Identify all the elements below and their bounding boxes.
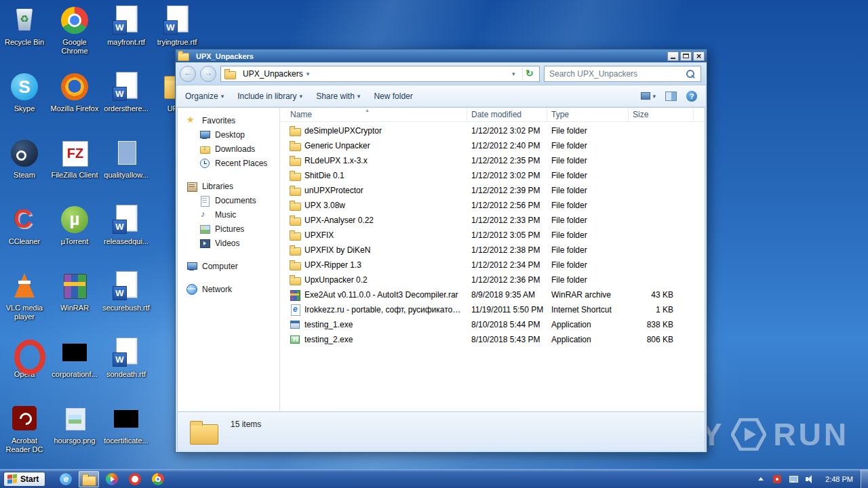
desktop-icon[interactable]: hoursgo.png: [50, 403, 99, 469]
file-row[interactable]: RLdeUPX 1.x-3.x 1/12/2012 2:35 PM File f…: [280, 153, 705, 168]
sidebar-item-icon: [199, 158, 211, 169]
file-name: UpxUnpacker 0.2: [304, 275, 467, 285]
start-button[interactable]: Start: [3, 472, 45, 487]
file-row[interactable]: UPXFIX by DiKeN 1/12/2012 2:38 PM File f…: [280, 243, 705, 258]
breadcrumb-caret-icon[interactable]: [307, 69, 313, 79]
file-row[interactable]: unUPXProtector 1/12/2012 2:39 PM File fo…: [280, 183, 705, 198]
close-button[interactable]: [693, 52, 705, 61]
taskbar-clock[interactable]: 2:48 PM: [818, 475, 861, 483]
taskbar-ie-button[interactable]: [56, 471, 76, 487]
desktop-icon[interactable]: µTorrent: [50, 203, 99, 270]
sidebar-item[interactable]: Videos: [178, 236, 279, 250]
taskbar-media-button[interactable]: [102, 471, 122, 487]
desktop-icon[interactable]: sondeath.rtf: [102, 336, 151, 403]
sidebar-item[interactable]: Documents: [178, 193, 279, 207]
file-name: Exe2Aut v0.11.0.0 - AutoIt3 Decompiler.r…: [304, 290, 467, 300]
desktop-icon[interactable]: WinRAR: [50, 270, 99, 336]
desktop-icon[interactable]: Recycle Bin: [0, 4, 49, 70]
desktop-icon[interactable]: VLC media player: [0, 270, 49, 336]
file-row[interactable]: Generic Unpacker 1/12/2012 2:40 PM File …: [280, 138, 705, 153]
sidebar-item[interactable]: Computer: [178, 259, 279, 273]
network-icon[interactable]: [788, 474, 799, 485]
search-box[interactable]: Search UPX_Unpackers: [544, 66, 701, 82]
minimize-button[interactable]: [667, 52, 679, 61]
desktop-icon[interactable]: Skype: [0, 70, 49, 137]
desktop-icon-label: Mozilla Firefox: [51, 104, 99, 113]
change-view-button[interactable]: ▾: [641, 92, 656, 100]
toolbar-button[interactable]: Organize ▾: [185, 92, 224, 101]
file-row[interactable]: ShitDie 0.1 1/12/2012 3:02 PM File folde…: [280, 168, 705, 183]
column-header-name[interactable]: Name: [280, 108, 467, 121]
desktop-icon[interactable]: ordersthere...: [102, 70, 151, 137]
column-header-type[interactable]: Type: [547, 108, 629, 121]
file-row[interactable]: UPX-Ripper 1.3 1/12/2012 2:34 PM File fo…: [280, 258, 705, 272]
desktop-icon-label: securebush.rtf: [102, 304, 150, 312]
desktop-icon-image: [58, 4, 91, 37]
desktop-icon[interactable]: Google Chrome: [50, 4, 99, 70]
desktop-icon-image: [58, 270, 91, 302]
window-titlebar[interactable]: UPX_Unpackers: [176, 49, 707, 62]
file-row[interactable]: testing_2.exe 8/10/2018 5:43 PM Applicat…: [280, 332, 705, 347]
file-row[interactable]: testing_1.exe 8/10/2018 5:44 PM Applicat…: [280, 317, 705, 332]
file-date-modified: 11/19/2011 5:50 PM: [467, 305, 547, 314]
sidebar-item[interactable]: Network: [178, 282, 279, 296]
sidebar-item[interactable]: Favorites: [178, 113, 279, 127]
file-row[interactable]: UPXFIX 1/12/2012 3:05 PM File folder: [280, 228, 705, 243]
address-bar[interactable]: UPX_Unpackers: [220, 66, 540, 82]
desktop-icon[interactable]: corporationf...: [50, 336, 99, 403]
start-label: Start: [20, 474, 39, 484]
forward-button[interactable]: [200, 66, 216, 82]
column-header-modified[interactable]: Date modified: [467, 108, 547, 121]
file-row[interactable]: UPX-Analyser 0.22 1/12/2012 2:33 PM File…: [280, 213, 705, 228]
toolbar-button[interactable]: Include in library ▾: [237, 92, 302, 101]
show-desktop-button[interactable]: [861, 470, 868, 488]
sidebar-item[interactable]: Libraries: [178, 179, 279, 193]
file-row[interactable]: Irokkezz.ru - portable, софт, русификато…: [280, 302, 705, 317]
file-icon: [290, 230, 300, 241]
desktop-icon[interactable]: CCleaner: [0, 203, 49, 270]
file-row[interactable]: UpxUnpacker 0.2 1/12/2012 2:36 PM File f…: [280, 272, 705, 287]
tray-app-icon[interactable]: [772, 474, 783, 485]
preview-pane-button[interactable]: [665, 92, 677, 101]
file-row[interactable]: UPX 3.08w 1/12/2012 2:56 PM File folder: [280, 198, 705, 213]
media-player-icon: [106, 473, 118, 485]
file-row[interactable]: deSimpleUPXCryptor 1/12/2012 3:02 PM Fil…: [280, 123, 705, 138]
sidebar-item[interactable]: Music: [178, 207, 279, 222]
taskbar-chrome-button[interactable]: [148, 471, 168, 487]
desktop-icon-label: releasedqui...: [104, 237, 149, 246]
column-header-size[interactable]: Size: [629, 108, 694, 121]
desktop-icon[interactable]: securebush.rtf: [102, 270, 151, 336]
refresh-button[interactable]: [522, 67, 536, 81]
sidebar-item[interactable]: Downloads: [178, 142, 279, 156]
desktop-icon-image: [8, 403, 41, 435]
desktop-icon[interactable]: mayfront.rtf: [102, 4, 151, 70]
desktop-icon[interactable]: tocertificate...: [102, 403, 151, 469]
desktop-icon[interactable]: FileZilla Client: [50, 137, 99, 203]
file-date-modified: 1/12/2012 2:36 PM: [467, 275, 547, 285]
file-row[interactable]: Exe2Aut v0.11.0.0 - AutoIt3 Decompiler.r…: [280, 287, 705, 302]
desktop-icon[interactable]: releasedqui...: [102, 203, 151, 270]
help-button[interactable]: [686, 91, 697, 102]
toolbar-button[interactable]: Share with ▾: [316, 92, 360, 101]
desktop-icon[interactable]: qualityallow...: [102, 137, 151, 203]
file-icon: [290, 170, 300, 181]
search-icon[interactable]: [686, 69, 696, 79]
maximize-button[interactable]: [680, 52, 692, 61]
back-button[interactable]: [180, 66, 196, 82]
desktop-icon-label: corporationf...: [52, 370, 97, 379]
sidebar-item[interactable]: Desktop: [178, 127, 279, 142]
desktop-icon[interactable]: Acrobat Reader DC: [0, 403, 49, 469]
taskbar-explorer-button[interactable]: [79, 471, 99, 487]
sidebar-item[interactable]: Recent Places: [178, 156, 279, 170]
volume-icon[interactable]: [804, 474, 815, 485]
window-title: UPX_Unpackers: [196, 52, 666, 60]
sidebar-item[interactable]: Pictures: [178, 222, 279, 236]
desktop-icon-image: [110, 137, 142, 169]
address-history-caret-icon[interactable]: [512, 69, 519, 79]
desktop-icon[interactable]: Opera: [0, 336, 49, 403]
toolbar-button[interactable]: New folder: [374, 92, 415, 101]
desktop-icon[interactable]: Mozilla Firefox: [50, 70, 99, 137]
desktop-icon[interactable]: Steam: [0, 137, 49, 203]
taskbar-opera-button[interactable]: [125, 471, 145, 487]
hidden-icons-button[interactable]: [755, 474, 766, 485]
